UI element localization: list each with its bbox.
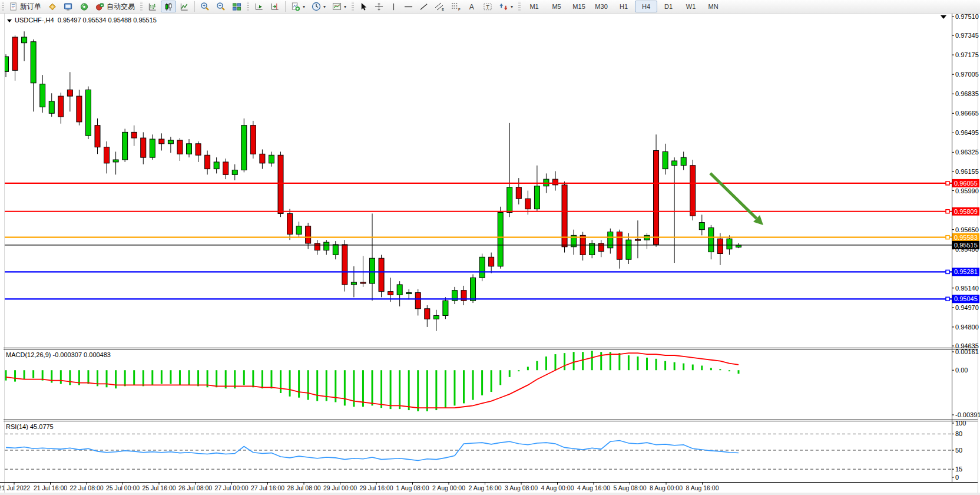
tile-windows-button[interactable] <box>229 1 244 12</box>
svg-text:-0.00391: -0.00391 <box>955 411 980 418</box>
toolbar-grip[interactable] <box>352 2 354 11</box>
market-watch-button[interactable] <box>45 1 60 12</box>
equidistant-channel-icon: E <box>435 2 445 11</box>
hline-handle[interactable] <box>946 270 949 273</box>
periods-button[interactable]: ▾ <box>309 1 329 12</box>
svg-text:21 Jul 2022: 21 Jul 2022 <box>0 484 30 491</box>
timeframe-m15-button[interactable]: M15 <box>568 1 590 12</box>
rsi-indicator-label: RSI(14) 45.0775 <box>6 423 54 430</box>
zoom-out-button[interactable] <box>213 1 229 12</box>
svg-text:0.94970: 0.94970 <box>955 304 979 311</box>
svg-text:0.97175: 0.97175 <box>955 51 979 58</box>
vertical-line-tool-button[interactable] <box>387 1 400 12</box>
svg-text:A: A <box>469 3 475 11</box>
text-label-tool-button[interactable]: T <box>480 1 495 12</box>
timeframe-w1-button[interactable]: W1 <box>680 1 702 12</box>
timeframe-m5-button[interactable]: M5 <box>545 1 568 12</box>
terminal-button[interactable] <box>61 1 76 12</box>
horizontal-line-tool-button[interactable] <box>401 1 416 12</box>
svg-text:0.95480: 0.95480 <box>955 246 979 253</box>
cursor-tool-button[interactable] <box>356 1 371 12</box>
timeframe-d1-button[interactable]: D1 <box>657 1 680 12</box>
toolbar-grip[interactable] <box>2 2 4 11</box>
text-label-icon: T <box>483 2 492 11</box>
svg-text:0.97345: 0.97345 <box>955 32 979 39</box>
svg-text:27 Jul 00:00: 27 Jul 00:00 <box>214 484 248 491</box>
svg-text:0.95583: 0.95583 <box>954 234 978 241</box>
timeframe-h1-button[interactable]: H1 <box>612 1 635 12</box>
svg-text:0.94800: 0.94800 <box>955 324 979 331</box>
bar-chart-mode-button[interactable] <box>145 1 160 12</box>
timeframe-m1-button[interactable]: M1 <box>523 1 545 12</box>
hline-handle[interactable] <box>946 236 949 239</box>
template-icon <box>332 2 342 11</box>
svg-text:0.96155: 0.96155 <box>955 168 979 175</box>
autotrading-label: 自动交易 <box>107 2 135 12</box>
svg-text:0.96835: 0.96835 <box>955 90 979 97</box>
chart-canvas[interactable]: 0.960550.958090.955830.955150.952810.950… <box>0 0 980 495</box>
trendline-tool-button[interactable] <box>416 1 431 12</box>
timeframe-m30-button[interactable]: M30 <box>590 1 612 12</box>
hline-handle[interactable] <box>946 210 949 213</box>
chart-header: USDCHF-,H4 0.95497 0.95534 0.95488 0.955… <box>7 16 157 24</box>
fibonacci-tool-button[interactable]: F <box>448 1 464 12</box>
signals-button[interactable] <box>77 1 92 12</box>
candlestick-mode-button[interactable] <box>161 1 176 12</box>
svg-text:2 Aug 16:00: 2 Aug 16:00 <box>468 484 501 491</box>
hline-handle[interactable] <box>946 297 949 301</box>
svg-text:0.97510: 0.97510 <box>955 13 979 20</box>
signal-icon <box>80 2 89 11</box>
svg-text:0.96665: 0.96665 <box>955 110 979 117</box>
chart-ohlc-values: 0.95497 0.95534 0.95488 0.95515 <box>58 16 157 24</box>
svg-text:22 Jul 08:00: 22 Jul 08:00 <box>69 484 103 491</box>
rsi-value: 45.0775 <box>30 423 54 430</box>
candlestick-icon <box>164 2 173 11</box>
add-indicator-button[interactable]: ▾ <box>288 1 308 12</box>
svg-text:0.00161: 0.00161 <box>955 348 979 355</box>
toolbar-grip[interactable] <box>247 2 249 11</box>
svg-text:8 Aug 00:00: 8 Aug 00:00 <box>650 484 683 491</box>
toolbar-grip[interactable] <box>140 2 143 11</box>
crosshair-tool-button[interactable] <box>372 1 386 12</box>
svg-text:25 Jul 00:00: 25 Jul 00:00 <box>106 484 140 491</box>
chart-symbol-title: USDCHF-,H4 <box>15 16 54 24</box>
autotrading-button[interactable]: 自动交易 <box>92 1 138 12</box>
tile-windows-icon <box>232 2 241 11</box>
chart-shift-icon <box>270 2 280 11</box>
new-order-button[interactable]: 新订单 <box>6 1 44 12</box>
svg-text:0.96055: 0.96055 <box>954 180 978 187</box>
new-order-icon <box>9 2 18 11</box>
svg-text:26 Jul 08:00: 26 Jul 08:00 <box>178 484 212 491</box>
chart-menu-icon[interactable] <box>7 19 12 22</box>
svg-text:1 Aug 08:00: 1 Aug 08:00 <box>396 484 429 491</box>
channel-tool-button[interactable]: E <box>432 1 448 12</box>
macd-values: -0.000307 0.000483 <box>52 351 110 358</box>
terminal-icon <box>64 2 73 11</box>
svg-text:100: 100 <box>955 420 966 427</box>
hline-handle[interactable] <box>946 182 949 185</box>
toolbar-grip[interactable] <box>518 2 521 11</box>
text-tool-button[interactable]: A <box>465 1 479 12</box>
arrows-tool-button[interactable]: ▾ <box>496 1 516 12</box>
svg-text:0.95990: 0.95990 <box>955 187 979 194</box>
auto-scroll-button[interactable] <box>251 1 267 12</box>
zoom-in-button[interactable] <box>197 1 213 12</box>
svg-text:8 Aug 16:00: 8 Aug 16:00 <box>686 484 719 491</box>
chart-shift-button[interactable] <box>267 1 283 12</box>
timeframe-h4-button[interactable]: H4 <box>635 1 657 12</box>
svg-text:27 Jul 16:00: 27 Jul 16:00 <box>251 484 284 491</box>
mt4-window: 新订单 自动交易 <box>0 0 980 495</box>
svg-text:T: T <box>486 4 489 10</box>
svg-text:0.00: 0.00 <box>955 367 968 374</box>
svg-text:0.95281: 0.95281 <box>954 268 978 275</box>
svg-text:29 Jul 00:00: 29 Jul 00:00 <box>323 484 357 491</box>
line-chart-mode-button[interactable] <box>177 1 192 12</box>
svg-text:0.95809: 0.95809 <box>954 208 978 215</box>
svg-text:0.96325: 0.96325 <box>955 148 979 156</box>
trendline-icon <box>419 2 428 11</box>
timeframe-mn-button[interactable]: MN <box>702 1 724 12</box>
svg-text:28 Jul 08:00: 28 Jul 08:00 <box>287 484 320 491</box>
autotrading-icon <box>95 2 105 11</box>
fibonacci-icon: F <box>451 2 461 11</box>
templates-button[interactable]: ▾ <box>329 1 349 12</box>
